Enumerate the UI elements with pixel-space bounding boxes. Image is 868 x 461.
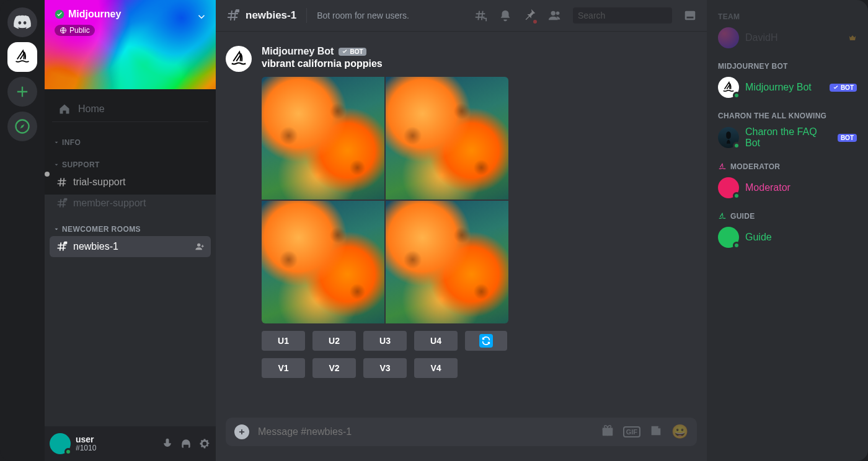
emoji-picker-button[interactable]: 😀 bbox=[671, 424, 688, 440]
reroll-button[interactable] bbox=[465, 331, 507, 351]
status-online-icon bbox=[64, 448, 72, 455]
headphones-icon[interactable] bbox=[180, 437, 192, 450]
member-moderator[interactable]: Moderator bbox=[712, 175, 863, 201]
bell-icon[interactable] bbox=[498, 9, 512, 22]
role-heading-team: TEAM bbox=[712, 10, 863, 25]
charon-avatar-icon bbox=[723, 130, 734, 146]
variation-3-button[interactable]: V3 bbox=[363, 358, 407, 378]
public-badge: Public bbox=[55, 25, 95, 36]
guild-sidebar: Midjourney Public Home INFO SUPPOR bbox=[45, 0, 216, 461]
upscale-2-button[interactable]: U2 bbox=[312, 331, 356, 351]
composer-input[interactable] bbox=[258, 426, 592, 437]
midjourney-ship-icon bbox=[229, 50, 248, 68]
compass-icon bbox=[14, 118, 31, 135]
member-list[interactable]: TEAM DavidH MIDJOURNEY BOT Midjourney Bo… bbox=[707, 0, 868, 461]
members-icon[interactable] bbox=[548, 9, 562, 22]
chevron-down-icon bbox=[53, 162, 60, 168]
image-variant-3[interactable] bbox=[262, 201, 384, 323]
hash-lock-icon bbox=[56, 197, 68, 209]
server-home-discord[interactable] bbox=[7, 7, 37, 37]
invite-icon[interactable] bbox=[195, 242, 205, 252]
guild-name: Midjourney bbox=[68, 9, 121, 20]
server-midjourney[interactable] bbox=[7, 42, 37, 72]
bot-badge: BOT bbox=[838, 134, 857, 142]
image-variant-1[interactable] bbox=[262, 77, 384, 200]
channel-list[interactable]: Home INFO SUPPORT trial-support member-s… bbox=[45, 89, 216, 426]
hash-lock-icon bbox=[226, 8, 241, 23]
attach-button[interactable] bbox=[234, 424, 249, 439]
channel-topic: Bot room for new users. bbox=[317, 11, 409, 20]
channel-newbies-1[interactable]: newbies-1 bbox=[50, 236, 211, 257]
search-input[interactable] bbox=[573, 7, 672, 24]
refresh-icon bbox=[481, 336, 491, 346]
category-info[interactable]: INFO bbox=[50, 127, 211, 149]
guild-header[interactable]: Midjourney Public bbox=[45, 0, 216, 89]
crown-icon bbox=[848, 33, 857, 42]
variation-1-button[interactable]: V1 bbox=[262, 358, 305, 378]
self-avatar[interactable] bbox=[50, 433, 71, 454]
gif-picker-button[interactable]: GIF bbox=[623, 426, 640, 437]
svg-point-5 bbox=[197, 244, 200, 247]
upscale-3-button[interactable]: U3 bbox=[363, 331, 407, 351]
svg-rect-4 bbox=[64, 242, 67, 244]
variation-4-button[interactable]: V4 bbox=[414, 358, 458, 378]
bot-badge: BOT bbox=[339, 48, 366, 56]
plus-icon bbox=[237, 428, 246, 436]
plus-icon bbox=[14, 83, 31, 100]
member-charon[interactable]: Charon the FAQ Bot BOT bbox=[712, 124, 863, 151]
channel-title: newbies-1 bbox=[246, 9, 296, 22]
gear-icon[interactable] bbox=[198, 437, 211, 450]
home-icon bbox=[58, 103, 71, 115]
svg-rect-11 bbox=[687, 17, 694, 19]
explore-servers-button[interactable] bbox=[7, 112, 37, 141]
hash-lock-icon bbox=[56, 240, 68, 253]
role-heading-guide: GUIDE bbox=[712, 201, 863, 224]
hash-icon bbox=[56, 176, 68, 188]
self-username: user bbox=[76, 435, 156, 444]
variation-2-button[interactable]: V2 bbox=[312, 358, 356, 378]
inbox-icon[interactable] bbox=[683, 9, 697, 22]
message-author[interactable]: Midjourney Bot bbox=[262, 46, 334, 57]
image-variant-2[interactable] bbox=[386, 77, 508, 200]
upscale-4-button[interactable]: U4 bbox=[414, 331, 458, 351]
member-davidh[interactable]: DavidH bbox=[712, 25, 863, 51]
upscale-1-button[interactable]: U1 bbox=[262, 331, 305, 351]
generated-image-grid[interactable] bbox=[262, 77, 508, 323]
svg-point-7 bbox=[551, 11, 556, 15]
self-tag: #1010 bbox=[76, 444, 156, 452]
pin-notification-dot bbox=[532, 19, 538, 25]
role-heading-mjbot: MIDJOURNEY BOT bbox=[712, 51, 863, 74]
gift-icon[interactable] bbox=[601, 424, 614, 440]
category-support[interactable]: SUPPORT bbox=[50, 149, 211, 172]
add-server-button[interactable] bbox=[7, 77, 37, 107]
message-list[interactable]: Midjourney Bot BOT vibrant california po… bbox=[216, 31, 707, 418]
discord-logo-icon bbox=[13, 13, 32, 32]
message-prompt: vibrant california poppies bbox=[262, 58, 697, 69]
author-avatar[interactable] bbox=[226, 46, 252, 72]
globe-icon bbox=[60, 27, 67, 34]
bot-badge: BOT bbox=[830, 84, 857, 92]
member-guide[interactable]: Guide bbox=[712, 224, 863, 250]
mic-icon[interactable] bbox=[161, 437, 174, 450]
image-variant-4[interactable] bbox=[386, 201, 508, 323]
verified-badge-icon bbox=[55, 9, 64, 19]
server-rail bbox=[0, 0, 45, 461]
chevron-down-icon[interactable] bbox=[196, 11, 207, 22]
check-icon bbox=[342, 48, 348, 55]
sidebar-home[interactable]: Home bbox=[52, 97, 208, 122]
sticker-icon[interactable] bbox=[649, 424, 663, 440]
category-newcomer[interactable]: NEWCOMER ROOMS bbox=[50, 214, 211, 236]
threads-icon[interactable] bbox=[474, 9, 487, 22]
channel-trial-support[interactable]: trial-support bbox=[50, 172, 211, 193]
role-heading-charon: CHARON THE ALL KNOWING bbox=[712, 100, 863, 124]
chevron-down-icon bbox=[53, 226, 60, 232]
channel-member-support[interactable]: member-support bbox=[50, 193, 211, 214]
message-composer[interactable]: GIF 😀 bbox=[226, 418, 697, 446]
midjourney-ship-icon bbox=[722, 81, 735, 94]
channel-header: newbies-1 Bot room for new users. bbox=[216, 0, 707, 31]
svg-rect-3 bbox=[64, 198, 67, 201]
svg-point-8 bbox=[556, 12, 560, 15]
message: Midjourney Bot BOT vibrant california po… bbox=[226, 46, 697, 378]
member-midjourney-bot[interactable]: Midjourney Bot BOT bbox=[712, 74, 863, 100]
svg-rect-10 bbox=[685, 11, 696, 20]
